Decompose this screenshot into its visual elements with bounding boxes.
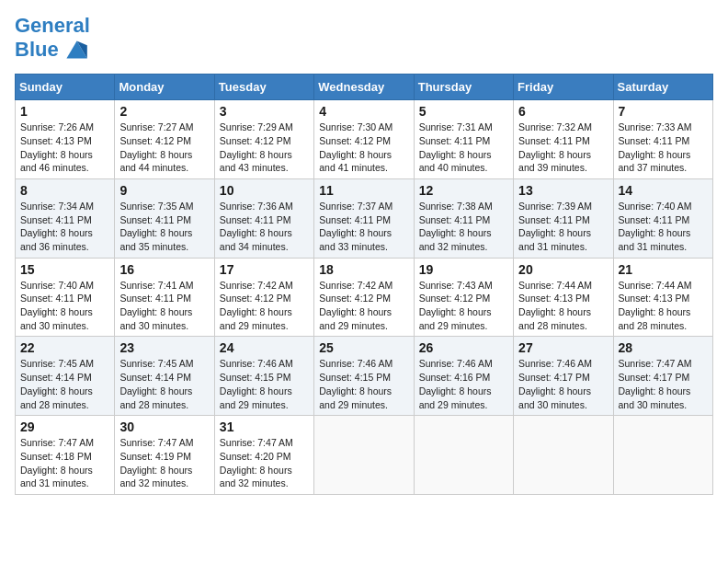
day-number: 29 xyxy=(20,419,109,434)
day-info: Sunrise: 7:42 AM Sunset: 4:12 PM Dayligh… xyxy=(220,279,309,333)
day-cell: 30 Sunrise: 7:47 AM Sunset: 4:19 PM Dayl… xyxy=(115,416,214,495)
day-cell: 12 Sunrise: 7:38 AM Sunset: 4:11 PM Dayl… xyxy=(414,178,513,258)
day-cell: 1 Sunrise: 7:26 AM Sunset: 4:13 PM Dayli… xyxy=(16,100,115,179)
calendar-table: SundayMondayTuesdayWednesdayThursdayFrid… xyxy=(15,74,713,495)
col-header-tuesday: Tuesday xyxy=(214,75,313,100)
week-row-4: 22 Sunrise: 7:45 AM Sunset: 4:14 PM Dayl… xyxy=(16,337,713,416)
day-cell: 23 Sunrise: 7:45 AM Sunset: 4:14 PM Dayl… xyxy=(115,337,214,416)
day-cell: 15 Sunrise: 7:40 AM Sunset: 4:11 PM Dayl… xyxy=(16,258,115,337)
day-info: Sunrise: 7:42 AM Sunset: 4:12 PM Dayligh… xyxy=(319,279,408,333)
day-number: 7 xyxy=(619,104,708,119)
day-number: 11 xyxy=(319,183,408,198)
day-number: 16 xyxy=(119,262,209,277)
day-info: Sunrise: 7:41 AM Sunset: 4:11 PM Dayligh… xyxy=(119,279,209,333)
day-cell: 29 Sunrise: 7:47 AM Sunset: 4:18 PM Dayl… xyxy=(16,416,115,495)
day-info: Sunrise: 7:47 AM Sunset: 4:17 PM Dayligh… xyxy=(619,357,708,411)
day-info: Sunrise: 7:35 AM Sunset: 4:11 PM Dayligh… xyxy=(119,200,209,254)
day-cell: 8 Sunrise: 7:34 AM Sunset: 4:11 PM Dayli… xyxy=(16,178,115,258)
day-info: Sunrise: 7:43 AM Sunset: 4:12 PM Dayligh… xyxy=(419,279,508,333)
day-number: 3 xyxy=(220,104,309,119)
day-number: 27 xyxy=(518,340,608,355)
logo: General Blue xyxy=(15,15,90,63)
day-info: Sunrise: 7:46 AM Sunset: 4:15 PM Dayligh… xyxy=(319,357,408,411)
day-info: Sunrise: 7:44 AM Sunset: 4:13 PM Dayligh… xyxy=(619,279,708,333)
day-info: Sunrise: 7:34 AM Sunset: 4:11 PM Dayligh… xyxy=(20,200,109,254)
day-cell xyxy=(314,416,414,495)
day-number: 15 xyxy=(20,262,109,277)
day-number: 28 xyxy=(619,340,708,355)
day-number: 2 xyxy=(119,104,209,119)
day-info: Sunrise: 7:39 AM Sunset: 4:11 PM Dayligh… xyxy=(518,200,608,254)
day-info: Sunrise: 7:27 AM Sunset: 4:12 PM Dayligh… xyxy=(119,121,209,175)
day-cell: 14 Sunrise: 7:40 AM Sunset: 4:11 PM Dayl… xyxy=(613,178,712,258)
day-number: 22 xyxy=(20,340,109,355)
day-cell: 7 Sunrise: 7:33 AM Sunset: 4:11 PM Dayli… xyxy=(613,100,712,179)
day-cell xyxy=(613,416,712,495)
day-cell: 19 Sunrise: 7:43 AM Sunset: 4:12 PM Dayl… xyxy=(414,258,513,337)
day-info: Sunrise: 7:29 AM Sunset: 4:12 PM Dayligh… xyxy=(220,121,309,175)
day-info: Sunrise: 7:31 AM Sunset: 4:11 PM Dayligh… xyxy=(419,121,508,175)
day-info: Sunrise: 7:47 AM Sunset: 4:18 PM Dayligh… xyxy=(20,436,109,490)
day-info: Sunrise: 7:30 AM Sunset: 4:12 PM Dayligh… xyxy=(319,121,408,175)
day-cell: 16 Sunrise: 7:41 AM Sunset: 4:11 PM Dayl… xyxy=(115,258,214,337)
day-cell: 2 Sunrise: 7:27 AM Sunset: 4:12 PM Dayli… xyxy=(115,100,214,179)
day-cell: 22 Sunrise: 7:45 AM Sunset: 4:14 PM Dayl… xyxy=(16,337,115,416)
day-info: Sunrise: 7:37 AM Sunset: 4:11 PM Dayligh… xyxy=(319,200,408,254)
day-number: 30 xyxy=(119,419,209,434)
day-number: 8 xyxy=(20,183,109,198)
week-row-3: 15 Sunrise: 7:40 AM Sunset: 4:11 PM Dayl… xyxy=(16,258,713,337)
day-cell: 4 Sunrise: 7:30 AM Sunset: 4:12 PM Dayli… xyxy=(314,100,414,179)
day-number: 12 xyxy=(419,183,508,198)
week-row-2: 8 Sunrise: 7:34 AM Sunset: 4:11 PM Dayli… xyxy=(16,178,713,258)
day-cell: 21 Sunrise: 7:44 AM Sunset: 4:13 PM Dayl… xyxy=(613,258,712,337)
day-info: Sunrise: 7:40 AM Sunset: 4:11 PM Dayligh… xyxy=(619,200,708,254)
day-number: 19 xyxy=(419,262,508,277)
day-cell xyxy=(514,416,613,495)
day-cell: 18 Sunrise: 7:42 AM Sunset: 4:12 PM Dayl… xyxy=(314,258,414,337)
day-info: Sunrise: 7:38 AM Sunset: 4:11 PM Dayligh… xyxy=(419,200,508,254)
day-cell: 9 Sunrise: 7:35 AM Sunset: 4:11 PM Dayli… xyxy=(115,178,214,258)
day-cell: 3 Sunrise: 7:29 AM Sunset: 4:12 PM Dayli… xyxy=(214,100,313,179)
day-number: 6 xyxy=(518,104,608,119)
day-info: Sunrise: 7:45 AM Sunset: 4:14 PM Dayligh… xyxy=(20,357,109,411)
day-cell: 24 Sunrise: 7:46 AM Sunset: 4:15 PM Dayl… xyxy=(214,337,313,416)
day-cell: 6 Sunrise: 7:32 AM Sunset: 4:11 PM Dayli… xyxy=(514,100,613,179)
day-number: 21 xyxy=(619,262,708,277)
day-number: 17 xyxy=(220,262,309,277)
day-cell: 10 Sunrise: 7:36 AM Sunset: 4:11 PM Dayl… xyxy=(214,178,313,258)
day-info: Sunrise: 7:36 AM Sunset: 4:11 PM Dayligh… xyxy=(220,200,309,254)
day-number: 18 xyxy=(319,262,408,277)
day-number: 13 xyxy=(518,183,608,198)
day-number: 9 xyxy=(119,183,209,198)
day-info: Sunrise: 7:33 AM Sunset: 4:11 PM Dayligh… xyxy=(619,121,708,175)
day-cell: 13 Sunrise: 7:39 AM Sunset: 4:11 PM Dayl… xyxy=(514,178,613,258)
day-number: 24 xyxy=(220,340,309,355)
day-number: 23 xyxy=(119,340,209,355)
col-header-wednesday: Wednesday xyxy=(314,75,414,100)
day-number: 25 xyxy=(319,340,408,355)
day-number: 10 xyxy=(220,183,309,198)
day-info: Sunrise: 7:47 AM Sunset: 4:20 PM Dayligh… xyxy=(220,436,309,490)
day-number: 31 xyxy=(220,419,309,434)
col-header-sunday: Sunday xyxy=(16,75,115,100)
day-cell: 25 Sunrise: 7:46 AM Sunset: 4:15 PM Dayl… xyxy=(314,337,414,416)
day-info: Sunrise: 7:32 AM Sunset: 4:11 PM Dayligh… xyxy=(518,121,608,175)
day-cell: 26 Sunrise: 7:46 AM Sunset: 4:16 PM Dayl… xyxy=(414,337,513,416)
day-cell: 11 Sunrise: 7:37 AM Sunset: 4:11 PM Dayl… xyxy=(314,178,414,258)
day-info: Sunrise: 7:46 AM Sunset: 4:17 PM Dayligh… xyxy=(518,357,608,411)
page-header: General Blue xyxy=(15,15,713,63)
week-row-1: 1 Sunrise: 7:26 AM Sunset: 4:13 PM Dayli… xyxy=(16,100,713,179)
day-number: 1 xyxy=(20,104,109,119)
day-number: 4 xyxy=(319,104,408,119)
day-cell: 17 Sunrise: 7:42 AM Sunset: 4:12 PM Dayl… xyxy=(214,258,313,337)
col-header-thursday: Thursday xyxy=(414,75,513,100)
col-header-saturday: Saturday xyxy=(613,75,712,100)
day-number: 5 xyxy=(419,104,508,119)
day-info: Sunrise: 7:45 AM Sunset: 4:14 PM Dayligh… xyxy=(119,357,209,411)
day-info: Sunrise: 7:26 AM Sunset: 4:13 PM Dayligh… xyxy=(20,121,109,175)
col-header-monday: Monday xyxy=(115,75,214,100)
day-info: Sunrise: 7:46 AM Sunset: 4:15 PM Dayligh… xyxy=(220,357,309,411)
day-number: 26 xyxy=(419,340,508,355)
day-info: Sunrise: 7:40 AM Sunset: 4:11 PM Dayligh… xyxy=(20,279,109,333)
day-cell: 31 Sunrise: 7:47 AM Sunset: 4:20 PM Dayl… xyxy=(214,416,313,495)
